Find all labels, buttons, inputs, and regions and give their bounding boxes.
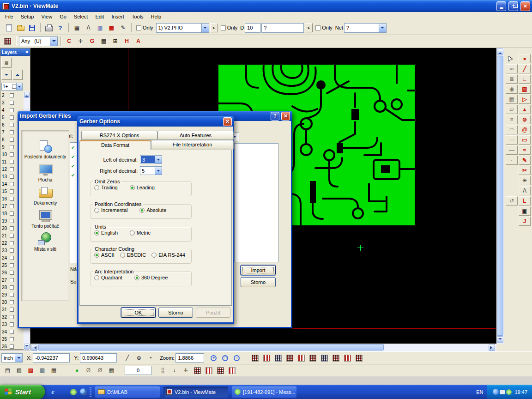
grid-toggle-icon[interactable]: ▦ xyxy=(106,365,117,375)
scroll-up-button[interactable] xyxy=(24,92,30,98)
import-button[interactable]: Import xyxy=(241,265,276,275)
open-file-button[interactable] xyxy=(15,23,26,33)
radio-option[interactable]: ASCII xyxy=(94,252,115,258)
x-coordinate-field[interactable]: -0.942237 xyxy=(33,353,70,363)
layer-color-swatch[interactable] xyxy=(10,212,14,216)
layers-panel-header[interactable]: Layers ✕ xyxy=(0,48,30,56)
scroll-down-button[interactable] xyxy=(497,336,503,343)
place-computer[interactable]: Tento počítač xyxy=(23,209,67,229)
mesh-icon[interactable]: ▦ xyxy=(506,95,518,104)
scroll-right-button[interactable] xyxy=(489,344,495,351)
scroll-down-button[interactable] xyxy=(24,344,30,350)
radio-option[interactable]: Metric xyxy=(130,230,151,236)
radio-option[interactable]: Leading xyxy=(130,185,155,190)
task-button[interactable]: D:\MLAB xyxy=(95,387,160,398)
skew-rect-icon[interactable]: ▱ xyxy=(506,105,518,114)
film-box-icon[interactable]: ▩ xyxy=(106,23,117,33)
file-list-fragment[interactable]: ✔✔✔✔ xyxy=(70,142,78,263)
layer-file-combo[interactable]: 1) V2.PHO xyxy=(156,23,209,33)
pad-style-icon-1[interactable] xyxy=(192,365,203,375)
pad-style-icon-2[interactable] xyxy=(204,365,214,375)
layer-row[interactable]: 36 xyxy=(0,343,24,350)
anchor-cross-icon[interactable]: ✛ xyxy=(181,365,191,375)
vertical-scrollbar[interactable] xyxy=(496,48,504,344)
selection-mode-icon[interactable] xyxy=(2,36,13,46)
place-recent-documents[interactable]: Poslední dokumenty xyxy=(23,140,67,159)
layer-color-swatch[interactable] xyxy=(10,219,14,223)
film-rows-icon[interactable]: ▤ xyxy=(2,365,13,375)
scroll-left-button[interactable] xyxy=(31,344,37,351)
language-indicator[interactable]: EN xyxy=(476,389,483,395)
donut-pad-icon[interactable]: ⊚ xyxy=(519,115,531,124)
tab[interactable]: Auto Features xyxy=(157,131,234,140)
layer-color-swatch[interactable] xyxy=(10,256,14,260)
radio-option[interactable]: English xyxy=(94,230,118,236)
layer-stack-button[interactable]: ≣ xyxy=(1,58,12,68)
columns-icon[interactable]: ▥ xyxy=(37,365,48,375)
layer-row[interactable]: 35 xyxy=(0,335,24,343)
hatch-lines-icon[interactable]: ≡ xyxy=(506,115,518,124)
chevron-down-icon[interactable] xyxy=(16,83,22,90)
tray-messenger-icon[interactable] xyxy=(493,389,499,395)
vertical-scroll-thumb[interactable] xyxy=(497,56,503,336)
aperture-table-icon[interactable]: ▦ xyxy=(72,23,82,33)
columns-view-icon[interactable]: ▥ xyxy=(95,23,105,33)
layer-color-swatch[interactable] xyxy=(10,167,14,171)
probe-a-icon[interactable]: Ø xyxy=(83,365,94,375)
layer-color-swatch[interactable] xyxy=(10,345,14,349)
diagonal-measure-icon[interactable]: ╱ xyxy=(122,353,133,363)
layer-color-swatch[interactable] xyxy=(10,241,14,245)
radio-option[interactable]: Trailing xyxy=(94,185,118,190)
dcode-pattern-icon-4[interactable] xyxy=(284,353,295,363)
layer-color-swatch[interactable] xyxy=(10,123,14,127)
ruler-line-icon[interactable]: ― xyxy=(506,145,518,155)
chevron-down-icon[interactable] xyxy=(15,354,22,362)
ok-button[interactable]: OK xyxy=(121,308,156,318)
arc-segment-icon[interactable]: ◠ xyxy=(506,125,518,134)
chevron-down-icon[interactable] xyxy=(379,24,386,32)
print-button[interactable] xyxy=(43,23,54,33)
file-checkbox-icon[interactable]: ✔ xyxy=(70,143,78,152)
layer-color-swatch[interactable] xyxy=(10,322,14,326)
layer-color-swatch[interactable] xyxy=(10,197,14,201)
scissors-icon[interactable]: ✂ xyxy=(519,166,531,175)
layer-color-swatch[interactable] xyxy=(10,93,14,97)
layer-color-swatch[interactable] xyxy=(10,285,14,290)
close-button[interactable]: ✕ xyxy=(520,1,530,11)
chevron-down-icon[interactable] xyxy=(155,167,162,175)
hatch-icon[interactable]: ▨ xyxy=(14,365,24,375)
layer-color-swatch[interactable] xyxy=(10,138,14,142)
draw-line-icon[interactable]: ╱ xyxy=(519,64,531,73)
hook-icon[interactable]: J xyxy=(519,217,531,226)
layer-color-swatch[interactable] xyxy=(10,152,14,157)
dcode-pattern-icon-7[interactable] xyxy=(319,353,330,363)
place-documents[interactable]: Dokumenty xyxy=(23,186,67,206)
close-icon[interactable]: ✕ xyxy=(25,50,29,54)
gear-icon[interactable]: ✳ xyxy=(519,176,531,185)
layer-color-swatch[interactable] xyxy=(10,108,14,112)
menu-item[interactable]: Edit xyxy=(91,13,108,20)
chevron-down-icon[interactable] xyxy=(50,37,57,46)
layer-color-swatch[interactable] xyxy=(10,234,14,238)
only-dcode-toggle[interactable]: Only xyxy=(221,25,238,30)
dcode-pattern-icon-3[interactable] xyxy=(273,353,284,363)
pad-style-icon-4[interactable] xyxy=(227,365,237,375)
tray-status-icon[interactable] xyxy=(506,389,512,395)
only-layer-toggle[interactable]: Only xyxy=(136,25,153,30)
sphere-icon[interactable]: ◉ xyxy=(506,85,518,94)
layer-color-swatch[interactable] xyxy=(10,308,14,312)
dotted-line-icon[interactable]: ⋯ xyxy=(506,135,518,145)
wave-trace-icon[interactable]: ≈ xyxy=(519,145,531,155)
file-checkbox-icon[interactable]: ✔ xyxy=(70,161,78,170)
clock[interactable]: 19:47 xyxy=(514,389,527,395)
radio-option[interactable]: Incremental xyxy=(94,207,127,213)
internet-explorer-icon[interactable]: e xyxy=(48,387,57,396)
dcode-pattern-icon-5[interactable] xyxy=(296,353,307,363)
horizontal-scroll-thumb[interactable] xyxy=(38,344,384,351)
grid-view-icon[interactable]: ▦ xyxy=(98,36,109,46)
blank-slot-5[interactable] xyxy=(506,217,518,226)
red-hatch-icon[interactable]: ▧ xyxy=(25,365,36,375)
context-help-button[interactable]: ? xyxy=(55,23,66,33)
dialog-titlebar[interactable]: Gerber Options ✕ xyxy=(77,116,234,127)
g-snap-icon[interactable]: G xyxy=(87,36,97,46)
